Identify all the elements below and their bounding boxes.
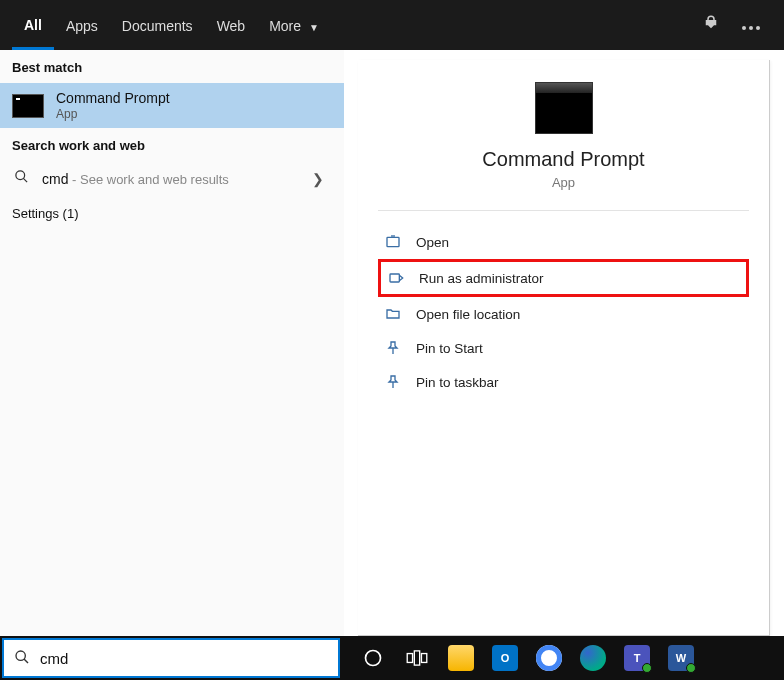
action-pin-taskbar-label: Pin to taskbar	[416, 375, 499, 390]
action-run-as-administrator[interactable]: Run as administrator	[378, 259, 749, 297]
separator	[378, 210, 749, 211]
svg-line-4	[23, 178, 27, 182]
tab-web[interactable]: Web	[205, 2, 258, 48]
svg-rect-13	[414, 651, 419, 665]
detail-title: Command Prompt	[378, 148, 749, 171]
results-column: Best match Command Prompt App Search wor…	[0, 50, 344, 636]
app-large-icon	[535, 82, 593, 134]
best-match-header: Best match	[0, 50, 344, 83]
status-badge-icon	[642, 663, 652, 673]
best-match-item[interactable]: Command Prompt App	[0, 83, 344, 128]
svg-rect-5	[387, 237, 399, 246]
tab-more[interactable]: More ▼	[257, 2, 331, 48]
tab-documents[interactable]: Documents	[110, 2, 205, 48]
action-pin-start-label: Pin to Start	[416, 341, 483, 356]
file-explorer-icon[interactable]	[448, 645, 474, 671]
svg-rect-6	[390, 274, 399, 282]
svg-point-2	[756, 26, 760, 30]
suggestion-desc: - See work and web results	[68, 172, 228, 187]
tab-apps[interactable]: Apps	[54, 2, 110, 48]
svg-point-9	[16, 651, 25, 660]
svg-rect-12	[407, 654, 412, 663]
command-prompt-icon	[12, 94, 44, 118]
best-match-title: Command Prompt	[56, 90, 170, 106]
chevron-down-icon: ▼	[309, 22, 319, 33]
feedback-icon[interactable]	[702, 14, 720, 36]
suggestion-term: cmd	[42, 171, 68, 187]
search-input-value: cmd	[40, 650, 68, 667]
admin-shield-icon	[387, 269, 405, 287]
tab-all[interactable]: All	[12, 1, 54, 50]
svg-point-0	[742, 26, 746, 30]
windows-search-panel: All Apps Documents Web More ▼ Best match…	[0, 0, 784, 636]
action-pin-to-taskbar[interactable]: Pin to taskbar	[378, 365, 749, 399]
svg-rect-14	[421, 654, 426, 663]
edge-icon[interactable]	[580, 645, 606, 671]
settings-label: Settings	[12, 206, 59, 221]
pin-start-icon	[384, 339, 402, 357]
action-run-admin-label: Run as administrator	[419, 271, 544, 286]
best-match-subtitle: App	[56, 107, 170, 121]
search-web-header: Search work and web	[0, 128, 344, 161]
settings-count: (1)	[63, 206, 79, 221]
search-icon	[14, 649, 30, 668]
action-open-label: Open	[416, 235, 449, 250]
word-icon[interactable]: W	[668, 645, 694, 671]
svg-point-1	[749, 26, 753, 30]
action-open[interactable]: Open	[378, 225, 749, 259]
detail-pane: Command Prompt App Open Run as administr…	[344, 50, 784, 636]
folder-location-icon	[384, 305, 402, 323]
cortana-icon[interactable]	[360, 645, 386, 671]
outlook-icon[interactable]: O	[492, 645, 518, 671]
web-search-suggestion[interactable]: cmd - See work and web results ❯	[0, 161, 344, 196]
status-badge-icon	[686, 663, 696, 673]
task-view-icon[interactable]	[404, 645, 430, 671]
open-icon	[384, 233, 402, 251]
action-pin-to-start[interactable]: Pin to Start	[378, 331, 749, 365]
chrome-icon[interactable]	[536, 645, 562, 671]
taskbar: cmd O T W	[0, 636, 784, 680]
svg-line-10	[24, 659, 28, 663]
chevron-right-icon: ❯	[312, 171, 332, 187]
settings-group[interactable]: Settings (1)	[0, 196, 344, 231]
action-open-location-label: Open file location	[416, 307, 520, 322]
svg-point-3	[15, 171, 24, 180]
tab-more-label: More	[269, 18, 301, 34]
svg-point-11	[366, 651, 381, 666]
detail-subtitle: App	[378, 175, 749, 190]
pin-taskbar-icon	[384, 373, 402, 391]
search-icon	[12, 169, 30, 188]
overflow-menu-icon[interactable]	[742, 16, 760, 34]
taskbar-search-box[interactable]: cmd	[2, 638, 340, 678]
search-filter-tabs: All Apps Documents Web More ▼	[0, 0, 784, 50]
taskbar-icons: O T W	[340, 636, 784, 680]
teams-icon[interactable]: T	[624, 645, 650, 671]
action-open-file-location[interactable]: Open file location	[378, 297, 749, 331]
